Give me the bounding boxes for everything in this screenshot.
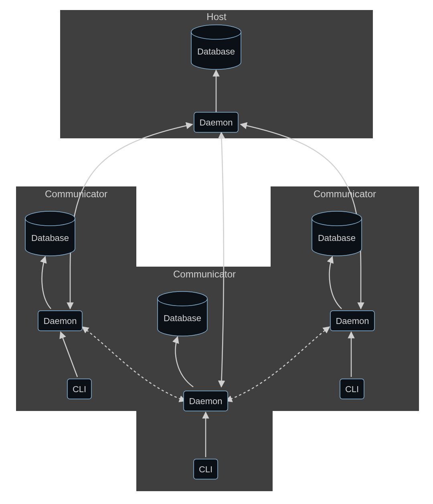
svg-text:Database: Database (197, 47, 235, 57)
node-left-daemon: Daemon (38, 311, 82, 331)
node-right-cli: CLI (340, 379, 364, 399)
svg-point-8 (25, 211, 75, 226)
group-host-title: Host (206, 11, 227, 22)
svg-text:Database: Database (318, 233, 356, 243)
node-mid-cli: CLI (194, 459, 218, 479)
svg-text:Daemon: Daemon (199, 117, 233, 128)
node-right-database: Database (312, 211, 362, 256)
group-communicator-right-title: Communicator (314, 188, 376, 199)
node-host-daemon: Daemon (194, 112, 238, 132)
architecture-diagram: Host Communicator Communicator Communica… (0, 0, 433, 504)
group-communicator-middle-title: Communicator (173, 269, 236, 279)
group-communicator-left-title: Communicator (45, 188, 107, 199)
node-left-cli: CLI (67, 379, 91, 399)
svg-point-20 (312, 211, 362, 226)
svg-text:Database: Database (164, 313, 201, 323)
svg-text:Daemon: Daemon (43, 316, 77, 326)
svg-point-4 (191, 25, 241, 39)
svg-text:Database: Database (31, 233, 69, 243)
svg-text:Daemon: Daemon (336, 316, 369, 326)
node-mid-daemon: Daemon (184, 391, 228, 411)
node-host-database: Database (191, 25, 241, 69)
svg-text:CLI: CLI (199, 464, 212, 474)
svg-point-14 (158, 291, 207, 306)
svg-text:CLI: CLI (73, 384, 86, 394)
node-left-database: Database (25, 211, 75, 256)
node-right-daemon: Daemon (330, 311, 374, 331)
node-mid-database: Database (158, 291, 207, 336)
svg-text:CLI: CLI (345, 384, 359, 394)
svg-text:Daemon: Daemon (189, 396, 222, 406)
